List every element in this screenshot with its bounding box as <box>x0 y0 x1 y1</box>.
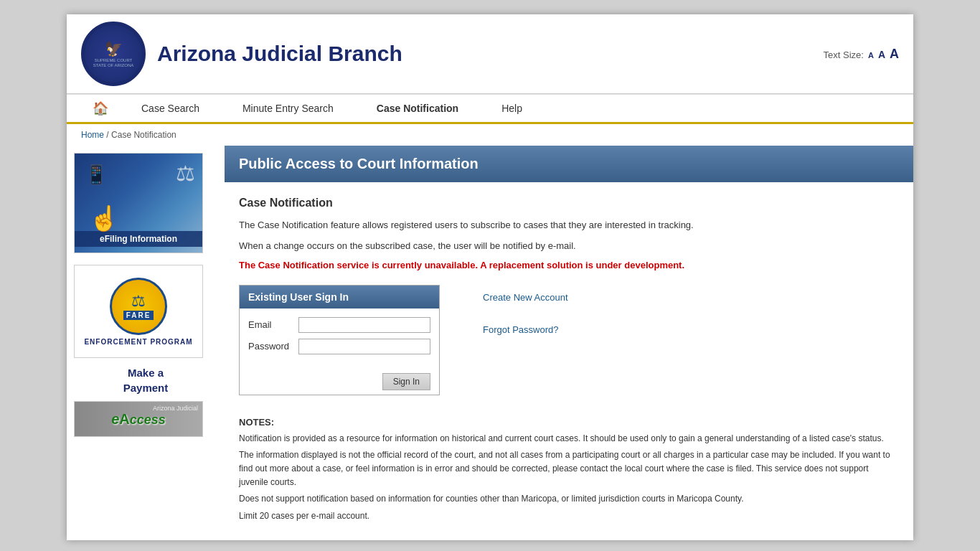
fare-scales-icon: ⚖ <box>131 292 146 311</box>
breadcrumb-current: Case Notification <box>111 130 176 140</box>
signin-body: Email Password <box>240 309 439 369</box>
note-4: Limit 20 cases per e-mail account. <box>239 509 899 523</box>
eaccess-text: eAccess <box>111 411 166 428</box>
forgot-password-link[interactable]: Forgot Password? <box>483 324 568 335</box>
text-size-controls: Text Size: A A A <box>824 47 899 62</box>
signin-box: Existing User Sign In Email Password <box>239 285 440 395</box>
content-panel: Public Access to Court Information Case … <box>225 146 913 540</box>
text-size-large[interactable]: A <box>890 47 899 62</box>
notes-section: NOTES: Notification is provided as a res… <box>239 417 899 523</box>
fare-program-label: ENFORCEMENT PROGRAM <box>84 338 192 346</box>
site-title: Arizona Judicial Branch <box>157 42 402 66</box>
scales-icon: ⚖ <box>176 161 195 186</box>
fare-box[interactable]: ⚖ FARE ENFORCEMENT PROGRAM <box>74 265 203 358</box>
account-links: Create New Account Forgot Password? <box>483 285 568 335</box>
eagle-icon: 🦅 <box>105 39 123 58</box>
efiling-label: eFiling Information <box>75 231 202 247</box>
eaccess-image[interactable]: Arizona Judicial eAccess <box>74 401 203 437</box>
sidebar: ⚖ ☝ 📱 eFiling Information ⚖ FARE ENFORCE… <box>67 146 225 540</box>
note-2: The information displayed is not the off… <box>239 448 899 490</box>
fare-section[interactable]: ⚖ FARE ENFORCEMENT PROGRAM Make a Paymen… <box>74 265 217 395</box>
breadcrumb: Home / Case Notification <box>67 124 913 146</box>
notes-title: NOTES: <box>239 417 899 428</box>
page-banner: Public Access to Court Information <box>225 146 913 182</box>
note-3: Does not support notification based on i… <box>239 492 899 506</box>
description-1: The Case Notification feature allows reg… <box>239 218 899 233</box>
description-2: When a change occurs on the subscribed c… <box>239 239 899 254</box>
password-input[interactable] <box>298 339 430 354</box>
nav-minute-search[interactable]: Minute Entry Search <box>221 95 355 121</box>
create-account-link[interactable]: Create New Account <box>483 292 568 303</box>
email-field-row: Email <box>248 317 430 333</box>
text-size-small[interactable]: A <box>868 51 874 60</box>
hand-icon: ☝ <box>89 204 119 232</box>
email-input[interactable] <box>298 317 430 333</box>
unavailable-notice: The Case Notification service is current… <box>239 260 899 270</box>
signin-area: Existing User Sign In Email Password <box>239 285 899 395</box>
password-field-row: Password <box>248 339 430 354</box>
signin-footer: Sign In <box>240 369 439 395</box>
fare-circle: ⚖ FARE <box>110 278 167 335</box>
text-size-medium[interactable]: A <box>878 49 885 60</box>
navigation-bar: 🏠 Case Search Minute Entry Search Case N… <box>67 94 913 124</box>
fare-text: FARE <box>123 311 154 320</box>
section-title: Case Notification <box>239 197 899 209</box>
court-logo: 🦅 SUPREME COURTSTATE OF ARIZONA <box>81 22 146 86</box>
nav-case-notification[interactable]: Case Notification <box>355 95 480 121</box>
page-banner-title: Public Access to Court Information <box>239 156 899 172</box>
password-label: Password <box>248 341 298 352</box>
breadcrumb-separator: / <box>106 130 108 140</box>
nav-case-search[interactable]: Case Search <box>120 95 221 121</box>
home-nav-button[interactable]: 🏠 <box>81 95 120 122</box>
arizona-judicial-label: Arizona Judicial <box>153 405 198 412</box>
header-left: 🦅 SUPREME COURTSTATE OF ARIZONA Arizona … <box>81 22 402 86</box>
email-label: Email <box>248 319 298 330</box>
content-body: Case Notification The Case Notification … <box>225 197 913 523</box>
main-content: ⚖ ☝ 📱 eFiling Information ⚖ FARE ENFORCE… <box>67 146 913 540</box>
efiling-image[interactable]: ⚖ ☝ 📱 eFiling Information <box>74 153 203 253</box>
make-payment-label: Make a Payment <box>74 365 217 395</box>
text-size-label: Text Size: <box>824 50 864 60</box>
site-header: 🦅 SUPREME COURTSTATE OF ARIZONA Arizona … <box>67 14 913 94</box>
efile-icon: 📱 <box>85 164 108 186</box>
nav-help[interactable]: Help <box>480 95 544 121</box>
breadcrumb-home[interactable]: Home <box>81 130 104 140</box>
note-1: Notification is provided as a resource f… <box>239 432 899 446</box>
signin-header: Existing User Sign In <box>240 286 439 309</box>
logo-text: SUPREME COURTSTATE OF ARIZONA <box>93 58 133 68</box>
signin-button[interactable]: Sign In <box>382 373 430 390</box>
